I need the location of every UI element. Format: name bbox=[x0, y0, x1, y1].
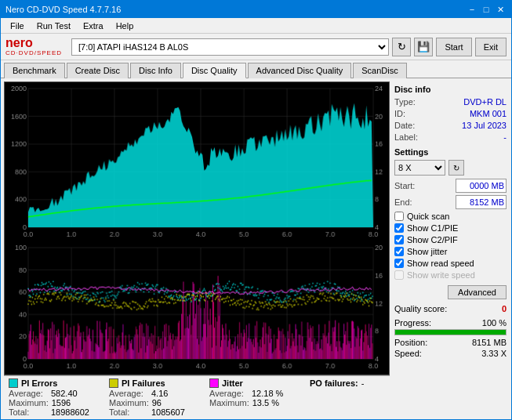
disc-date-row: Date: 13 Jul 2023 bbox=[394, 121, 507, 130]
show-write-speed-label: Show write speed bbox=[407, 270, 475, 280]
pi-errors-total-value: 18988602 bbox=[51, 407, 89, 417]
tab-disc-quality[interactable]: Disc Quality bbox=[183, 63, 246, 78]
pi-failures-total-value: 1085607 bbox=[151, 407, 185, 417]
show-read-speed-row: Show read speed bbox=[394, 259, 507, 268]
window-title: Nero CD-DVD Speed 4.7.7.16 bbox=[5, 5, 466, 14]
legend-jitter: Jitter Average: 12.18 % Maximum: 13.5 % bbox=[209, 378, 303, 417]
main-content: PI Errors Average: 582.40 Maximum: 1596 … bbox=[1, 78, 511, 419]
disc-date-label: Date: bbox=[394, 121, 415, 130]
position-row: Position: 8151 MB bbox=[394, 338, 507, 347]
progress-value: 100 % bbox=[482, 318, 507, 328]
charts-container: PI Errors Average: 582.40 Maximum: 1596 … bbox=[4, 81, 390, 419]
jitter-max-value: 13.5 % bbox=[252, 398, 279, 407]
nero-logo-text: nero bbox=[5, 37, 33, 49]
pi-errors-max-value: 1596 bbox=[52, 398, 71, 407]
end-label: End: bbox=[394, 197, 412, 207]
close-button[interactable]: ✕ bbox=[494, 3, 507, 16]
minimize-button[interactable]: − bbox=[466, 3, 478, 16]
show-read-speed-checkbox[interactable] bbox=[394, 259, 404, 268]
progress-bar-bg bbox=[394, 329, 507, 335]
jitter-color bbox=[209, 378, 219, 388]
quick-scan-checkbox[interactable] bbox=[394, 212, 404, 221]
tab-benchmark[interactable]: Benchmark bbox=[4, 63, 65, 78]
position-value: 8151 MB bbox=[472, 338, 507, 347]
pi-failures-max-value: 96 bbox=[152, 398, 162, 407]
disc-id-value: MKM 001 bbox=[470, 109, 507, 118]
maximize-button[interactable]: □ bbox=[480, 3, 492, 16]
show-c1pie-row: Show C1/PIE bbox=[394, 223, 507, 233]
start-mb-row: Start: bbox=[394, 179, 507, 193]
end-mb-row: End: bbox=[394, 195, 507, 209]
settings-title: Settings bbox=[394, 147, 507, 157]
refresh-button[interactable]: ↻ bbox=[392, 38, 411, 56]
quality-score-label: Quality score: bbox=[394, 304, 447, 313]
show-jitter-checkbox[interactable] bbox=[394, 247, 404, 256]
disc-type-value: DVD+R DL bbox=[463, 97, 507, 107]
drive-select[interactable]: [7:0] ATAPI iHAS124 B AL0S bbox=[71, 38, 389, 56]
speed-row: 8 X ↻ bbox=[394, 160, 507, 176]
start-field[interactable] bbox=[456, 179, 507, 193]
bottom-chart bbox=[5, 243, 389, 375]
quality-score-row: Quality score: 0 bbox=[394, 304, 507, 313]
sidebar: Disc info Type: DVD+R DL ID: MKM 001 Dat… bbox=[390, 78, 511, 419]
position-label: Position: bbox=[394, 338, 427, 347]
tab-disc-info[interactable]: Disc Info bbox=[130, 63, 181, 78]
menu-run-test[interactable]: Run Test bbox=[31, 20, 77, 32]
menu-extra[interactable]: Extra bbox=[77, 20, 110, 32]
disc-label-label: Label: bbox=[394, 132, 418, 142]
progress-bar-fill bbox=[395, 330, 506, 335]
advanced-button[interactable]: Advanced bbox=[448, 285, 507, 299]
pi-errors-color bbox=[9, 378, 18, 388]
show-jitter-label: Show jitter bbox=[407, 247, 447, 256]
show-c2pif-checkbox[interactable] bbox=[394, 235, 404, 244]
show-c1pie-checkbox[interactable] bbox=[394, 223, 404, 233]
show-c2pif-label: Show C2/PIF bbox=[407, 235, 458, 244]
disc-info-title: Disc info bbox=[394, 85, 507, 94]
po-failures-title: PO failures: bbox=[310, 378, 358, 388]
nero-logo: nero CD·DVD/SPEED bbox=[5, 37, 62, 56]
speed-refresh-button[interactable]: ↻ bbox=[448, 160, 464, 176]
legend-po-failures: PO failures: - bbox=[310, 378, 388, 417]
tab-advanced-disc-quality[interactable]: Advanced Disc Quality bbox=[248, 63, 352, 78]
tab-scan-disc[interactable]: ScanDisc bbox=[353, 63, 406, 78]
pi-errors-total-label: Total: bbox=[9, 407, 48, 417]
pi-failures-color bbox=[109, 378, 118, 388]
start-label: Start: bbox=[394, 181, 415, 190]
jitter-avg-label: Average: bbox=[209, 389, 249, 398]
disc-id-row: ID: MKM 001 bbox=[394, 109, 507, 118]
speed-stat-label: Speed: bbox=[394, 349, 422, 358]
toolbar: nero CD·DVD/SPEED [7:0] ATAPI iHAS124 B … bbox=[1, 34, 511, 60]
jitter-title: Jitter bbox=[222, 378, 243, 388]
pi-failures-title: PI Failures bbox=[122, 378, 165, 388]
legend-pi-failures: PI Failures Average: 4.16 Maximum: 96 To… bbox=[109, 378, 203, 417]
exit-button[interactable]: Exit bbox=[475, 38, 507, 56]
top-chart bbox=[5, 82, 389, 243]
pi-errors-avg-label: Average: bbox=[9, 389, 48, 398]
pi-errors-max-label: Maximum: bbox=[9, 398, 49, 407]
end-field[interactable] bbox=[456, 195, 507, 209]
start-button[interactable]: Start bbox=[436, 38, 471, 56]
nero-logo-sub: CD·DVD/SPEED bbox=[5, 49, 62, 56]
speed-stat-row: Speed: 3.33 X bbox=[394, 349, 507, 358]
menu-help[interactable]: Help bbox=[110, 20, 140, 32]
chart-panel bbox=[4, 81, 390, 375]
show-c2pif-row: Show C2/PIF bbox=[394, 235, 507, 244]
main-window: Nero CD-DVD Speed 4.7.7.16 − □ ✕ File Ru… bbox=[0, 0, 512, 420]
legend-area: PI Errors Average: 582.40 Maximum: 1596 … bbox=[4, 375, 390, 419]
tab-bar: Benchmark Create Disc Disc Info Disc Qua… bbox=[1, 60, 511, 78]
disc-date-value: 13 Jul 2023 bbox=[462, 121, 507, 130]
progress-row: Progress: 100 % bbox=[394, 318, 507, 328]
show-write-speed-checkbox[interactable] bbox=[394, 270, 404, 280]
progress-section: Progress: 100 % Position: 8151 MB Speed:… bbox=[394, 318, 507, 359]
jitter-max-label: Maximum: bbox=[209, 398, 249, 407]
quick-scan-row: Quick scan bbox=[394, 212, 507, 221]
menu-file[interactable]: File bbox=[4, 20, 31, 32]
save-button[interactable]: 💾 bbox=[414, 38, 433, 56]
speed-select[interactable]: 8 X bbox=[394, 160, 445, 176]
tab-create-disc[interactable]: Create Disc bbox=[67, 63, 129, 78]
disc-type-row: Type: DVD+R DL bbox=[394, 97, 507, 107]
title-bar: Nero CD-DVD Speed 4.7.7.16 − □ ✕ bbox=[1, 1, 511, 18]
quality-score-value: 0 bbox=[502, 304, 507, 313]
speed-stat-value: 3.33 X bbox=[481, 349, 507, 358]
pi-failures-avg-value: 4.16 bbox=[151, 389, 168, 398]
